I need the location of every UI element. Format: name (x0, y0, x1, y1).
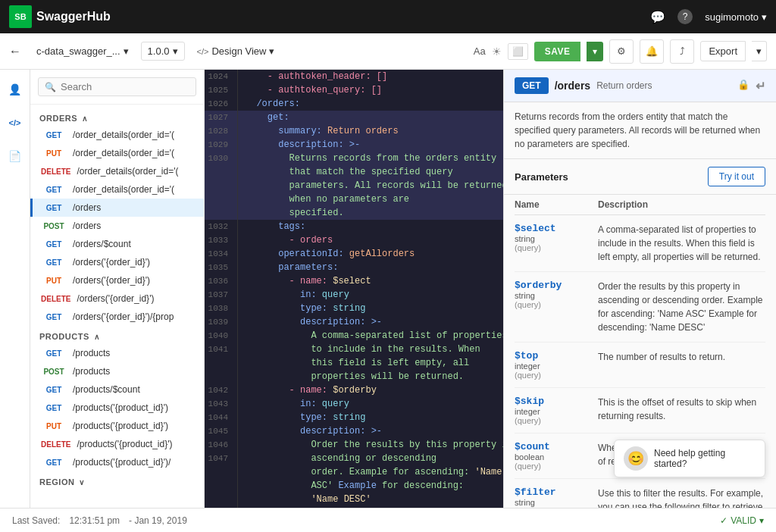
endpoint-path: /orders/$count (73, 239, 131, 249)
list-item[interactable]: PUT /order_details(order_id='( (30, 144, 204, 162)
api-path: /orders (555, 80, 590, 92)
method-badge: PUT (39, 149, 68, 158)
active-endpoint[interactable]: GET /orders (30, 199, 204, 217)
chat-icon[interactable]: 💬 (650, 10, 665, 24)
sidebar-user-icon[interactable]: 👤 (5, 79, 26, 100)
param-name: $filter (515, 487, 598, 498)
params-header: Parameters Try it out (504, 159, 776, 195)
code-line: 1047 ASC' Example for descending: (205, 479, 503, 493)
username: sugimomoto (705, 11, 759, 23)
endpoint-path: /orders('{order_id}') (77, 293, 154, 304)
param-name: $skip (515, 396, 598, 407)
code-brackets-icon: </> (197, 47, 209, 56)
help-icon[interactable]: ? (677, 9, 693, 24)
user-menu[interactable]: sugimomoto ▾ (705, 11, 767, 23)
help-bubble[interactable]: 😊 Need help getting started? (614, 440, 765, 477)
method-badge: GET (39, 239, 68, 249)
list-item[interactable]: GET /order_details(order_id='( (30, 180, 204, 199)
list-item[interactable]: GET /products/$count (30, 380, 204, 399)
lock-icon[interactable]: 🔒 (737, 79, 749, 93)
version-number: 1.0.0 (148, 45, 170, 57)
sidebar-doc-icon[interactable]: 📄 (5, 146, 26, 167)
list-item[interactable]: GET /products (30, 344, 204, 362)
version-selector[interactable]: 1.0.0 ▾ (141, 42, 185, 61)
list-item[interactable]: POST /orders (30, 217, 204, 235)
user-chevron-icon: ▾ (762, 11, 767, 23)
sidebar-code-icon[interactable]: </> (5, 112, 26, 133)
param-desc: Order the results by this property in as… (598, 280, 765, 334)
orders-label: ORDERS (39, 114, 77, 123)
list-item[interactable]: GET /orders('{order_id}') (30, 253, 204, 271)
param-row: $orderby string (query) Order the result… (515, 272, 765, 343)
save-button[interactable]: SAVE (534, 42, 581, 61)
param-row: $select string (query) A comma-separated… (515, 215, 765, 272)
save-date: - Jan 19, 2019 (129, 515, 187, 526)
method-badge: GET (39, 130, 68, 140)
param-name-cell: $skip integer (query) (515, 396, 598, 425)
code-line-highlighted: 1027 get: (205, 111, 503, 124)
share-button[interactable]: ⤴ (670, 39, 694, 64)
endpoint-path: /products('{product_id}') (73, 421, 168, 431)
search-input-wrap[interactable]: 🔍 (38, 77, 196, 96)
back-button[interactable]: ← (9, 45, 21, 58)
list-item[interactable]: GET /order_details(order_id='( (30, 126, 204, 144)
save-time: 12:31:51 pm (69, 515, 120, 526)
valid-chevron-icon[interactable]: ▾ (759, 515, 764, 526)
theme-toggle[interactable]: ☀ (492, 45, 502, 58)
save-label: Last Saved: (12, 515, 60, 526)
code-line: 1035 parameters: (205, 261, 503, 274)
param-name-cell: $top integer (query) (515, 350, 598, 380)
list-item[interactable]: DELETE /products('{product_id}') (30, 435, 204, 453)
help-text: Need help getting started? (654, 448, 756, 469)
list-item[interactable]: POST /products (30, 362, 204, 380)
param-name-cell: $filter string (515, 487, 598, 508)
code-line: 1040 A comma-separated list of propertie… (205, 329, 503, 343)
search-bar: 🔍 (30, 70, 204, 105)
section-region[interactable]: REGION ∨ (30, 471, 204, 490)
bell-button[interactable]: 🔔 (640, 39, 664, 64)
col-name-header: Name (515, 199, 598, 210)
try-it-out-button[interactable]: Try it out (708, 167, 765, 186)
method-badge: GET (39, 312, 68, 322)
right-header: GET /orders Return orders 🔒 ↵ (504, 70, 776, 102)
endpoint-path: /order_details(order_id='( (77, 166, 178, 177)
save-arrow-button[interactable]: ▾ (587, 42, 603, 61)
list-item[interactable]: GET /products('{product_id}') (30, 399, 204, 417)
param-desc: This is the offset of results to skip wh… (598, 396, 765, 425)
section-products[interactable]: PRODUCTS ∧ (30, 326, 204, 344)
method-badge: GET (515, 77, 549, 94)
endpoint-path: /orders('{order_id}') (73, 275, 150, 286)
list-item[interactable]: DELETE /orders('{order_id}') (30, 289, 204, 308)
list-item[interactable]: GET /products('{product_id}')/ (30, 453, 204, 471)
export-button[interactable]: Export (700, 41, 746, 61)
list-item[interactable]: PUT /orders('{order_id}') (30, 271, 204, 289)
list-item[interactable]: GET /orders/$count (30, 235, 204, 253)
method-badge: PUT (39, 421, 68, 431)
method-badge: GET (39, 385, 68, 395)
list-item[interactable]: GET /orders('{order_id}')/{prop (30, 308, 204, 326)
code-line: 1036 - name: $select (205, 274, 503, 288)
code-editor[interactable]: 1024 - authtoken_header: [] 1025 - autht… (205, 70, 503, 508)
method-badge: PUT (39, 276, 68, 286)
param-row: $skip integer (query) This is the offset… (515, 388, 765, 433)
export-arrow-button[interactable]: ▾ (752, 41, 767, 61)
code-line: 1047 order. Example for ascending: 'Name (205, 465, 503, 479)
section-orders[interactable]: ORDERS ∧ (30, 108, 204, 126)
settings-button[interactable]: ⚙ (609, 39, 634, 64)
param-type: boolean (515, 452, 598, 462)
list-item[interactable]: DELETE /order_details(order_id='( (30, 162, 204, 180)
navbar: SB SwaggerHub 💬 ? sugimomoto ▾ (0, 0, 776, 33)
code-line: 1026 /orders: (205, 97, 503, 111)
param-desc: The number of results to return. (598, 350, 765, 380)
design-view-selector[interactable]: </> Design View ▾ (191, 42, 281, 60)
file-selector[interactable]: c-data_swagger_... ▾ (30, 42, 135, 60)
method-badge: GET (39, 349, 68, 358)
code-line: 1047 ascending or descending (205, 452, 503, 465)
list-item[interactable]: PUT /products('{product_id}') (30, 417, 204, 435)
return-icon[interactable]: ↵ (756, 79, 765, 93)
endpoint-path: /products/$count (73, 384, 140, 395)
layout-toggle[interactable]: ⬜ (508, 43, 528, 60)
font-toggle[interactable]: Aa (474, 45, 486, 57)
search-input[interactable] (61, 81, 189, 92)
endpoint-path: /products (73, 348, 110, 358)
